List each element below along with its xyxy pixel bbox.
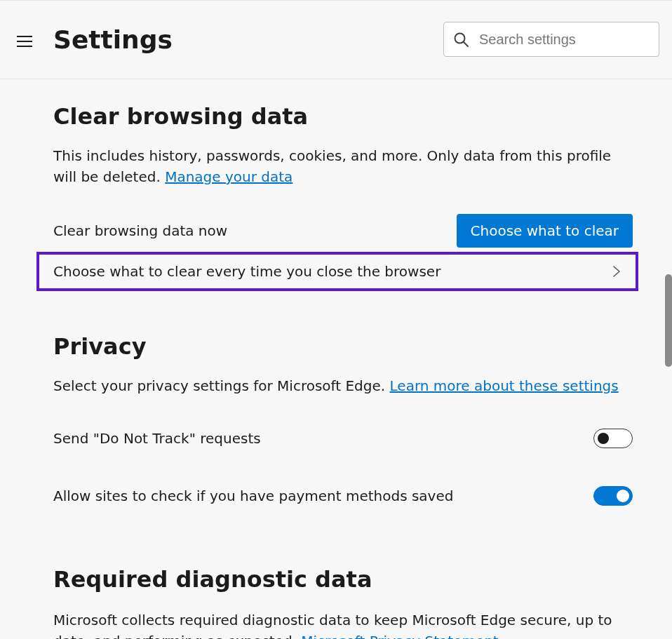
choose-on-close-row[interactable]: Choose what to clear every time you clos…: [36, 252, 638, 291]
clear-browsing-desc-text: This includes history, passwords, cookie…: [53, 147, 611, 185]
svg-line-1: [464, 42, 468, 46]
scrollbar-thumb[interactable]: [665, 274, 672, 367]
section-title-privacy: Privacy: [53, 333, 633, 360]
dnt-label: Send "Do Not Track" requests: [53, 430, 261, 447]
search-box[interactable]: [443, 22, 659, 57]
search-icon: [452, 31, 469, 48]
page-title: Settings: [53, 25, 173, 54]
dnt-toggle[interactable]: [593, 429, 633, 448]
settings-content: Clear browsing data This includes histor…: [0, 79, 652, 639]
privacy-description: Select your privacy settings for Microso…: [53, 375, 633, 396]
privacy-statement-link[interactable]: Microsoft Privacy Statement: [301, 633, 498, 639]
search-input[interactable]: [479, 32, 650, 48]
learn-more-privacy-link[interactable]: Learn more about these settings: [390, 377, 619, 394]
privacy-desc-text: Select your privacy settings for Microso…: [53, 377, 390, 394]
payment-toggle[interactable]: [593, 486, 633, 506]
payment-row: Allow sites to check if you have payment…: [53, 478, 633, 514]
header-bar: Settings: [0, 0, 672, 79]
clear-browsing-description: This includes history, passwords, cookie…: [53, 145, 633, 187]
section-title-clear-browsing: Clear browsing data: [53, 103, 633, 130]
diagnostic-description: Microsoft collects required diagnostic d…: [53, 610, 633, 639]
hamburger-menu-icon[interactable]: [17, 32, 36, 51]
dnt-row: Send "Do Not Track" requests: [53, 420, 633, 457]
chevron-right-icon: [610, 265, 623, 278]
clear-now-row: Clear browsing data now Choose what to c…: [53, 213, 633, 249]
section-title-diagnostic: Required diagnostic data: [53, 566, 633, 593]
clear-now-label: Clear browsing data now: [53, 222, 227, 239]
manage-your-data-link[interactable]: Manage your data: [165, 168, 293, 185]
choose-on-close-label: Choose what to clear every time you clos…: [53, 263, 441, 280]
payment-label: Allow sites to check if you have payment…: [53, 487, 453, 504]
choose-what-to-clear-button[interactable]: Choose what to clear: [457, 214, 633, 248]
